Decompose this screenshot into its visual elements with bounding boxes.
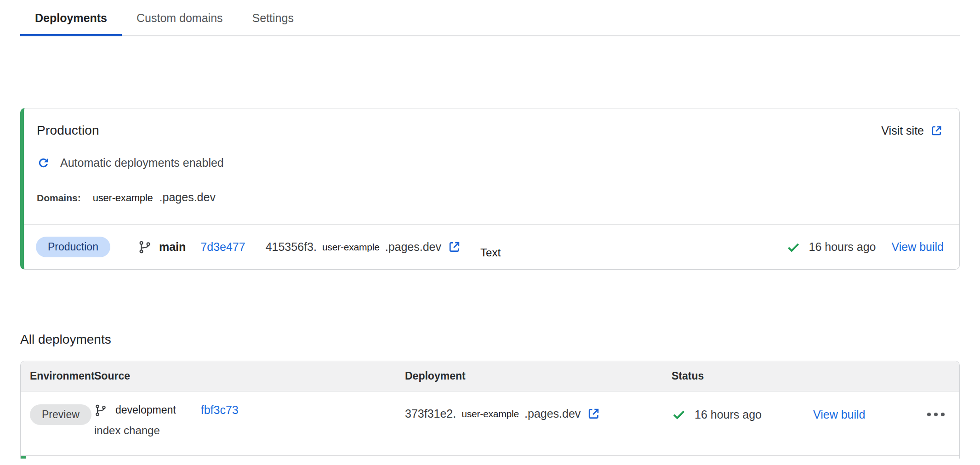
table-header-row: Environment Source Deployment Status bbox=[21, 361, 959, 391]
production-card-title: Production bbox=[37, 123, 99, 138]
deployment-url: 373f31e2. user-example .pages.dev bbox=[405, 407, 672, 420]
tab-settings[interactable]: Settings bbox=[238, 0, 308, 36]
visit-site-link[interactable]: Visit site bbox=[881, 124, 943, 137]
column-header-deployment: Deployment bbox=[405, 370, 672, 382]
external-link-icon[interactable] bbox=[448, 240, 461, 254]
column-header-source: Source bbox=[94, 370, 405, 382]
view-build-link[interactable]: View build bbox=[813, 408, 866, 421]
domains-label: Domains: bbox=[37, 193, 81, 204]
git-branch-icon bbox=[94, 404, 107, 417]
note-text: Text bbox=[480, 246, 501, 259]
deployment-url-suffix: .pages.dev bbox=[524, 407, 581, 420]
branch-name: development bbox=[115, 404, 176, 416]
next-row-accent bbox=[21, 456, 26, 459]
tab-bar: Deployments Custom domains Settings bbox=[20, 0, 960, 36]
table-row: Preview development fbf3c73 bbox=[21, 391, 959, 456]
visit-site-label: Visit site bbox=[881, 124, 924, 137]
check-icon bbox=[786, 240, 801, 255]
deployments-table: Environment Source Deployment Status Pre… bbox=[20, 361, 960, 459]
deployment-url-prefix: 415356f3. bbox=[266, 240, 317, 254]
branch-name: main bbox=[159, 240, 186, 254]
deployment-url-name: user-example bbox=[462, 408, 519, 420]
external-link-icon bbox=[930, 125, 943, 137]
environment-badge: Production bbox=[36, 237, 110, 257]
domain-name: user-example bbox=[93, 192, 153, 204]
column-header-environment: Environment bbox=[21, 370, 94, 382]
tab-deployments[interactable]: Deployments bbox=[20, 0, 122, 36]
check-icon bbox=[672, 407, 686, 422]
view-build-link[interactable]: View build bbox=[891, 240, 944, 254]
production-deployment-row: Production main 7d3e477 415356f3. user-e… bbox=[24, 224, 959, 269]
overflow-menu-icon[interactable] bbox=[925, 408, 946, 421]
deployment-time: 16 hours ago bbox=[695, 408, 762, 421]
commit-link[interactable]: fbf3c73 bbox=[201, 403, 239, 417]
deployment-url-suffix: .pages.dev bbox=[385, 240, 441, 254]
tab-custom-domains[interactable]: Custom domains bbox=[122, 0, 238, 36]
auto-deployments-text: Automatic deployments enabled bbox=[60, 156, 224, 170]
domain-suffix: .pages.dev bbox=[160, 191, 216, 204]
production-card: Production Visit site bbox=[20, 108, 960, 270]
column-header-status: Status bbox=[672, 370, 959, 382]
refresh-icon bbox=[37, 156, 50, 170]
commit-link[interactable]: 7d3e477 bbox=[200, 240, 245, 254]
page: Deployments Custom domains Settings Prod… bbox=[0, 0, 980, 459]
commit-message: index change bbox=[94, 424, 405, 437]
git-branch-icon bbox=[138, 240, 152, 254]
all-deployments-title: All deployments bbox=[20, 332, 960, 347]
deployment-url-name: user-example bbox=[322, 242, 380, 253]
deployment-url: 415356f3. user-example .pages.dev bbox=[266, 240, 461, 254]
deployment-url-prefix: 373f31e2. bbox=[405, 407, 456, 420]
deployment-time: 16 hours ago bbox=[809, 240, 876, 254]
environment-badge: Preview bbox=[30, 404, 91, 425]
external-link-icon[interactable] bbox=[587, 407, 600, 420]
